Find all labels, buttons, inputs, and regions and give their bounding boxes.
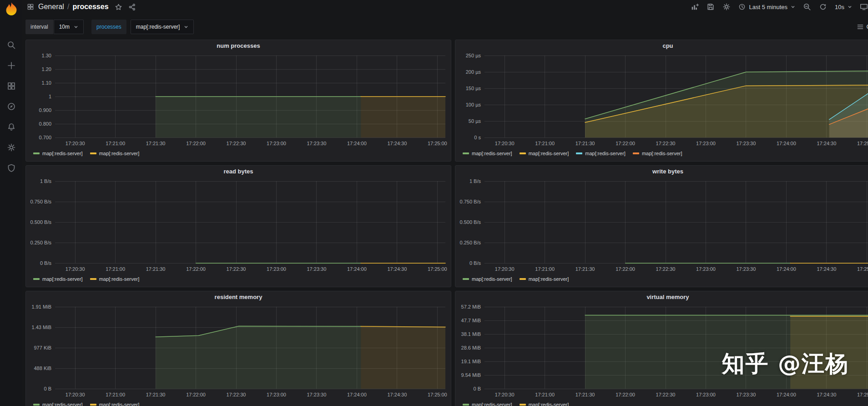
- legend-item[interactable]: map[:redis-server]: [520, 276, 569, 282]
- share-icon[interactable]: [128, 3, 136, 11]
- svg-text:17:22:00: 17:22:00: [186, 141, 206, 146]
- search-icon[interactable]: [7, 41, 16, 50]
- variable-value: 10m: [59, 24, 70, 30]
- legend-swatch-icon: [520, 404, 526, 406]
- dashboard-settings-button[interactable]: [722, 3, 731, 11]
- variable-value-dropdown[interactable]: 10m: [54, 20, 84, 34]
- kiosk-mode-icon[interactable]: [860, 3, 868, 11]
- legend-label: map[:redis-server]: [529, 276, 569, 282]
- legend-item[interactable]: map[:redis-server]: [463, 402, 512, 406]
- svg-text:0 B/s: 0 B/s: [40, 260, 52, 266]
- svg-text:19.1 MiB: 19.1 MiB: [461, 359, 481, 364]
- svg-text:17:23:00: 17:23:00: [267, 141, 286, 146]
- svg-text:1.43 MiB: 1.43 MiB: [32, 325, 51, 330]
- sidebar: [0, 0, 22, 406]
- legend-item[interactable]: map[:redis-server]: [463, 151, 512, 156]
- legend-item[interactable]: map[:redis-server]: [33, 276, 83, 282]
- svg-text:38.1 MiB: 38.1 MiB: [461, 331, 481, 337]
- svg-text:17:25:00: 17:25:00: [428, 141, 447, 146]
- panel-title[interactable]: cpu: [455, 40, 868, 52]
- dashboard-header: General / processes Last 5 min: [22, 0, 868, 14]
- breadcrumb-dashboard-name[interactable]: processes: [72, 3, 108, 11]
- legend-item[interactable]: map[:redis-server]: [633, 151, 682, 156]
- grafana-logo-icon[interactable]: [3, 1, 20, 18]
- legend-swatch-icon: [520, 152, 526, 154]
- refresh-interval-picker[interactable]: 10s: [835, 4, 852, 10]
- panel-read-bytes: read bytes 17:20:3017:21:0017:21:3017:22…: [25, 165, 451, 287]
- panel-title[interactable]: virtual memory: [455, 291, 868, 303]
- svg-text:17:22:00: 17:22:00: [186, 266, 206, 272]
- timeseries-chart[interactable]: 17:20:3017:21:0017:21:3017:22:0017:22:30…: [455, 178, 868, 275]
- process-filter-dropdown[interactable]: map[:redis-server]: [131, 20, 194, 34]
- legend-label: map[:redis-server]: [99, 402, 140, 406]
- svg-text:28.6 MiB: 28.6 MiB: [461, 345, 481, 350]
- view-menu-button[interactable]: C: [857, 23, 868, 30]
- svg-text:17:22:30: 17:22:30: [227, 141, 246, 146]
- svg-text:0 B: 0 B: [473, 386, 481, 391]
- variable-label: interval: [25, 20, 53, 34]
- panel-title[interactable]: resident memory: [26, 291, 451, 303]
- explore-compass-icon[interactable]: [7, 102, 16, 111]
- legend-label: map[:redis-server]: [529, 151, 569, 156]
- alerting-bell-icon[interactable]: [7, 122, 16, 132]
- svg-text:17:21:00: 17:21:00: [535, 392, 555, 397]
- add-panel-button[interactable]: [691, 3, 699, 11]
- time-range-picker[interactable]: Last 5 minutes: [738, 3, 795, 10]
- legend-item[interactable]: map[:redis-server]: [463, 276, 512, 282]
- timeseries-chart[interactable]: 17:20:3017:21:0017:21:3017:22:0017:22:30…: [26, 52, 451, 149]
- svg-text:17:24:00: 17:24:00: [777, 266, 796, 272]
- svg-text:17:24:30: 17:24:30: [387, 266, 407, 272]
- refresh-button[interactable]: [819, 3, 827, 11]
- refresh-interval-label: 10s: [835, 4, 844, 10]
- svg-text:17:23:30: 17:23:30: [736, 141, 756, 146]
- legend-item[interactable]: map[:redis-server]: [520, 151, 569, 156]
- dashboards-icon[interactable]: [7, 81, 16, 91]
- add-icon[interactable]: [7, 61, 16, 70]
- security-shield-icon[interactable]: [7, 163, 16, 173]
- star-icon[interactable]: [115, 3, 122, 11]
- timeseries-chart[interactable]: 17:20:3017:21:0017:21:3017:22:0017:22:30…: [26, 178, 451, 275]
- chart-legend: map[:redis-server]map[:redis-server]: [26, 401, 451, 406]
- legend-item[interactable]: map[:redis-server]: [576, 151, 626, 156]
- svg-text:17:24:00: 17:24:00: [347, 266, 367, 272]
- svg-text:17:22:00: 17:22:00: [616, 266, 635, 272]
- breadcrumb-folder[interactable]: General: [38, 3, 64, 11]
- legend-item[interactable]: map[:redis-server]: [90, 402, 140, 406]
- timeseries-chart[interactable]: 17:20:3017:21:0017:21:3017:22:0017:22:30…: [26, 303, 451, 401]
- legend-item[interactable]: map[:redis-server]: [33, 402, 83, 406]
- panel-cpu: cpu 17:20:3017:21:0017:21:3017:22:0017:2…: [455, 40, 868, 162]
- svg-text:17:25:00: 17:25:00: [857, 266, 868, 272]
- svg-text:0.900: 0.900: [39, 107, 51, 113]
- panel-title[interactable]: num processes: [26, 40, 451, 52]
- timeseries-chart[interactable]: 17:20:3017:21:0017:21:3017:22:0017:22:30…: [455, 52, 868, 149]
- panel-title[interactable]: read bytes: [26, 166, 451, 178]
- zoom-out-button[interactable]: [803, 3, 811, 11]
- dashboard-link-processes[interactable]: processes: [91, 20, 126, 34]
- svg-text:17:23:30: 17:23:30: [307, 392, 326, 397]
- legend-swatch-icon: [90, 152, 96, 154]
- legend-item[interactable]: map[:redis-server]: [33, 151, 83, 156]
- chart-legend: map[:redis-server]map[:redis-server]: [26, 275, 451, 287]
- svg-text:17:24:30: 17:24:30: [817, 266, 836, 272]
- legend-label: map[:redis-server]: [99, 276, 140, 282]
- svg-text:50 µs: 50 µs: [469, 118, 481, 124]
- legend-item[interactable]: map[:redis-server]: [90, 276, 140, 282]
- chevron-down-icon: [848, 5, 852, 9]
- svg-text:17:22:00: 17:22:00: [616, 392, 635, 397]
- svg-text:17:22:30: 17:22:30: [656, 392, 676, 397]
- chevron-down-icon: [184, 25, 188, 29]
- configuration-gear-icon[interactable]: [7, 143, 16, 152]
- breadcrumb[interactable]: General / processes: [38, 3, 109, 11]
- legend-item[interactable]: map[:redis-server]: [90, 151, 140, 156]
- svg-text:977 KiB: 977 KiB: [34, 345, 51, 350]
- svg-text:17:21:00: 17:21:00: [106, 266, 125, 272]
- svg-text:17:24:00: 17:24:00: [777, 392, 796, 397]
- panel-resident-memory: resident memory 17:20:3017:21:0017:21:30…: [25, 291, 451, 406]
- legend-swatch-icon: [33, 404, 40, 406]
- save-dashboard-button[interactable]: [707, 3, 715, 11]
- svg-text:17:25:00: 17:25:00: [857, 392, 868, 397]
- panel-title[interactable]: write bytes: [455, 166, 868, 178]
- svg-text:1.20: 1.20: [42, 66, 51, 72]
- svg-text:17:20:30: 17:20:30: [66, 141, 85, 146]
- legend-item[interactable]: map[:redis-server]: [520, 402, 569, 406]
